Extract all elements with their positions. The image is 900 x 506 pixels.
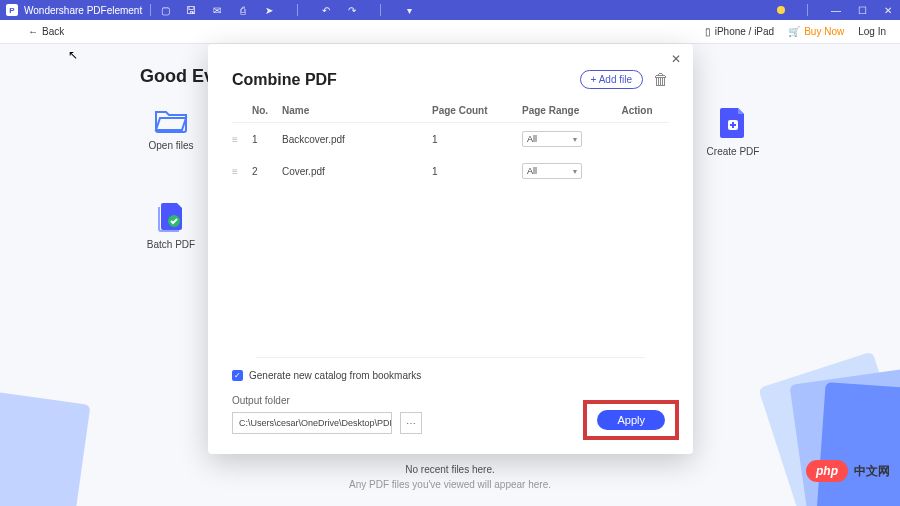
share-icon[interactable]: ➤ [263, 4, 275, 16]
buy-label: Buy Now [804, 26, 844, 37]
php-pill: php [806, 460, 848, 482]
save-icon[interactable]: 🖫 [185, 4, 197, 16]
cell-no: 2 [252, 166, 282, 177]
php-watermark: php 中文网 [806, 460, 890, 482]
close-icon[interactable]: ✕ [667, 50, 685, 68]
open-files-tool[interactable]: Open files [136, 106, 206, 151]
generate-catalog-label: Generate new catalog from bookmarks [249, 370, 421, 381]
chevron-down-icon: ▾ [573, 135, 577, 144]
print-icon[interactable]: ⎙ [237, 4, 249, 16]
table-row[interactable]: ≡ 1 Backcover.pdf 1 All ▾ [232, 123, 669, 155]
recent-line1: No recent files here. [0, 464, 900, 475]
notification-dot-icon[interactable] [777, 6, 785, 14]
mail-icon[interactable]: ✉ [211, 4, 223, 16]
page-range-value: All [527, 166, 537, 176]
output-folder-value: C:\Users\cesar\OneDrive\Desktop\PDFelem [239, 418, 392, 428]
undo-icon[interactable]: ↶ [320, 4, 332, 16]
checkbox-checked-icon: ✓ [232, 370, 243, 381]
file-check-icon [156, 199, 186, 233]
cell-pagecount: 1 [432, 166, 522, 177]
file-table: No. Name Page Count Page Range Action ≡ … [208, 99, 693, 187]
recent-line2: Any PDF files you've viewed will appear … [0, 479, 900, 490]
cart-icon: 🛒 [788, 26, 800, 37]
cell-name: Backcover.pdf [282, 134, 432, 145]
generate-catalog-checkbox[interactable]: ✓ Generate new catalog from bookmarks [232, 370, 669, 381]
iphone-ipad-link[interactable]: ▯ iPhone / iPad [705, 26, 775, 37]
col-name: Name [282, 105, 432, 116]
maximize-icon[interactable]: ☐ [856, 4, 868, 16]
batch-pdf-label: Batch PDF [136, 239, 206, 250]
arrow-left-icon: ← [28, 26, 38, 37]
open-files-label: Open files [136, 140, 206, 151]
create-pdf-tool[interactable]: Create PDF [698, 106, 768, 157]
quick-toolbar: ▢ 🖫 ✉ ⎙ ➤ ↶ ↷ ▾ [159, 4, 415, 16]
back-label: Back [42, 26, 64, 37]
add-file-button[interactable]: + Add file [580, 70, 643, 89]
col-page-range: Page Range [522, 105, 612, 116]
separator [380, 4, 381, 16]
dropdown-icon[interactable]: ▾ [403, 4, 415, 16]
buy-now-link[interactable]: 🛒 Buy Now [788, 26, 844, 37]
cell-pagecount: 1 [432, 134, 522, 145]
apply-highlight-box: Apply [583, 400, 679, 440]
page-range-value: All [527, 134, 537, 144]
cell-no: 1 [252, 134, 282, 145]
minimize-icon[interactable]: — [830, 4, 842, 16]
title-bar: P Wondershare PDFelement ▢ 🖫 ✉ ⎙ ➤ ↶ ↷ ▾… [0, 0, 900, 20]
app-logo-icon: P [6, 4, 18, 16]
recent-files-empty: No recent files here. Any PDF files you'… [0, 464, 900, 490]
ellipsis-icon: ⋯ [406, 418, 416, 429]
separator [807, 4, 808, 16]
col-no: No. [252, 105, 282, 116]
trash-icon[interactable]: 🗑 [653, 71, 669, 89]
iphone-label: iPhone / iPad [715, 26, 775, 37]
table-row[interactable]: ≡ 2 Cover.pdf 1 All ▾ [232, 155, 669, 187]
browse-button[interactable]: ⋯ [400, 412, 422, 434]
page-range-select[interactable]: All ▾ [522, 163, 582, 179]
back-button[interactable]: ← Back [28, 26, 64, 37]
col-action: Action [612, 105, 662, 116]
login-label: Log In [858, 26, 886, 37]
dialog-title: Combine PDF [232, 71, 337, 89]
combine-pdf-dialog: ✕ Combine PDF + Add file 🗑 No. Name Page… [208, 44, 693, 454]
col-page-count: Page Count [432, 105, 522, 116]
cell-name: Cover.pdf [282, 166, 432, 177]
drag-handle-icon[interactable]: ≡ [232, 134, 252, 145]
close-window-icon[interactable]: ✕ [882, 4, 894, 16]
separator [150, 4, 151, 16]
open-icon[interactable]: ▢ [159, 4, 171, 16]
app-title: Wondershare PDFelement [24, 5, 142, 16]
table-header: No. Name Page Count Page Range Action [232, 99, 669, 123]
login-link[interactable]: Log In [858, 26, 886, 37]
chevron-down-icon: ▾ [573, 167, 577, 176]
phone-icon: ▯ [705, 26, 711, 37]
drag-handle-icon[interactable]: ≡ [232, 166, 252, 177]
page-range-select[interactable]: All ▾ [522, 131, 582, 147]
apply-button[interactable]: Apply [597, 410, 665, 430]
folder-open-icon [154, 106, 188, 134]
create-pdf-label: Create PDF [698, 146, 768, 157]
redo-icon[interactable]: ↷ [346, 4, 358, 16]
php-cn-text: 中文网 [854, 463, 890, 480]
sub-header: ← Back ▯ iPhone / iPad 🛒 Buy Now Log In [0, 20, 900, 44]
file-plus-icon [718, 106, 748, 140]
output-folder-input[interactable]: C:\Users\cesar\OneDrive\Desktop\PDFelem [232, 412, 392, 434]
batch-pdf-tool[interactable]: Batch PDF [136, 199, 206, 250]
separator [297, 4, 298, 16]
